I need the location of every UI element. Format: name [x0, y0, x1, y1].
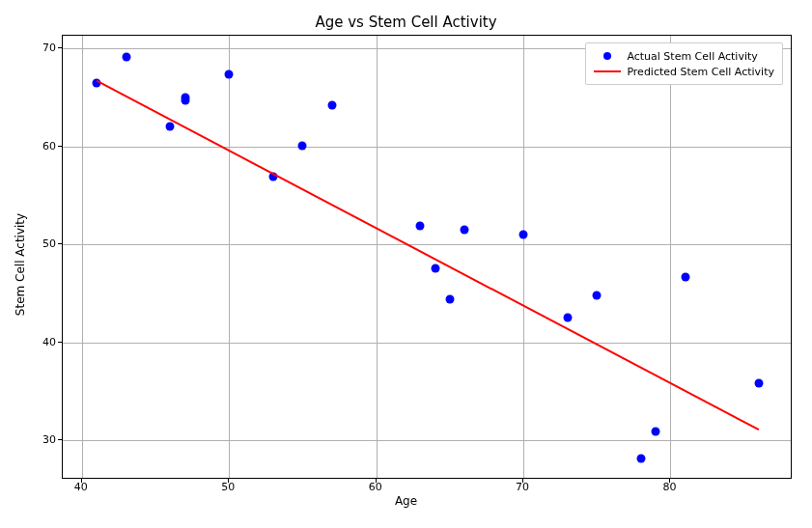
y-tick [58, 439, 62, 440]
data-point [93, 78, 101, 87]
data-point [225, 69, 234, 78]
gridline-h [63, 244, 791, 245]
gridline-v [229, 36, 230, 478]
y-tick [58, 243, 62, 244]
data-point [431, 264, 439, 272]
data-point [519, 231, 528, 239]
x-tick-label: 40 [74, 481, 88, 493]
legend-label: Actual Stem Cell Activity [627, 50, 757, 63]
data-point [652, 428, 660, 436]
x-tick-label: 60 [369, 481, 382, 493]
data-point [637, 454, 646, 462]
gridline-h [63, 343, 791, 344]
gridline-v [82, 36, 83, 478]
y-tick [58, 47, 62, 48]
data-point [122, 53, 130, 62]
legend-marker-line-icon [594, 67, 621, 76]
y-tick-label: 60 [42, 139, 56, 152]
y-tick-label: 50 [42, 237, 56, 250]
y-tick [58, 146, 62, 147]
plot-area: Actual Stem Cell Activity Predicted Stem… [62, 35, 792, 479]
gridline-h [63, 440, 791, 441]
figure: Age vs Stem Cell Activity Stem Cell Acti… [0, 0, 812, 528]
data-point [268, 173, 277, 181]
x-tick-label: 50 [221, 481, 235, 493]
data-point [181, 97, 189, 105]
x-tick-label: 70 [516, 481, 529, 493]
y-tick-label: 40 [42, 335, 56, 347]
data-point [416, 221, 425, 230]
gridline-h [63, 147, 791, 148]
data-point [461, 226, 469, 235]
data-point [754, 379, 763, 388]
x-axis-label: Age [0, 494, 812, 508]
fit-line [63, 36, 793, 480]
data-point [166, 123, 175, 131]
data-point [327, 101, 336, 110]
data-point [298, 141, 307, 150]
chart-title: Age vs Stem Cell Activity [0, 14, 812, 31]
data-point [681, 272, 689, 281]
data-point [563, 314, 572, 322]
y-tick-label: 70 [42, 42, 56, 54]
y-tick [58, 342, 62, 343]
data-point [445, 295, 454, 304]
gridline-v [377, 36, 378, 478]
legend-entry-predicted: Predicted Stem Cell Activity [594, 64, 774, 79]
x-tick-label: 80 [662, 481, 676, 493]
gridline-v [523, 36, 524, 478]
data-point [593, 292, 602, 300]
y-axis-label: Stem Cell Activity [14, 0, 27, 528]
legend-label: Predicted Stem Cell Activity [627, 66, 774, 78]
y-tick-label: 30 [42, 433, 56, 446]
svg-line-0 [97, 81, 759, 431]
legend-entry-actual: Actual Stem Cell Activity [594, 48, 774, 64]
legend: Actual Stem Cell Activity Predicted Stem… [585, 42, 783, 85]
gridline-v [670, 36, 671, 478]
legend-marker-dot-icon [594, 51, 621, 61]
